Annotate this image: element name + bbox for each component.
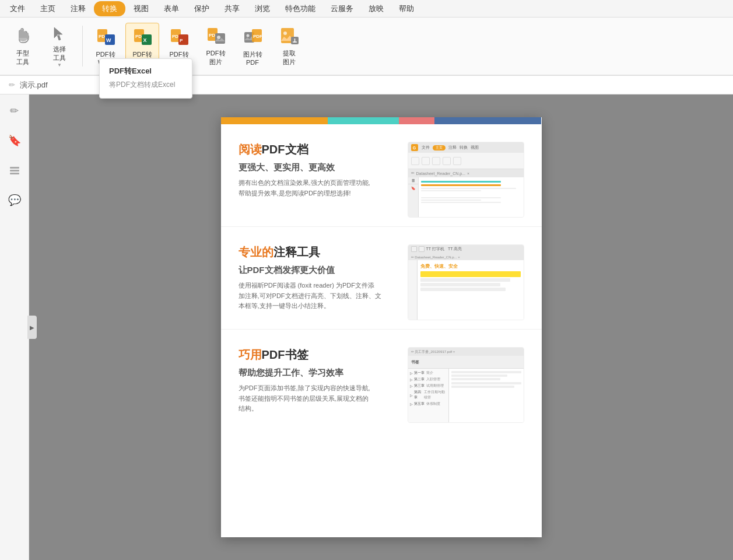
- menu-cloud[interactable]: 云服务: [324, 1, 360, 16]
- pdf-bookmark-body: 为PDF页面添加书签,除了实现内容的快速导航, 书签还能指明不同书签的层级关系,…: [239, 383, 396, 414]
- mini-titlebar-1: G 文件 主页 注释 转换 视图: [408, 142, 524, 153]
- pdf-section-bookmark: 巧用PDF书签 帮助您提升工作、学习效率 为PDF页面添加书签,除了实现内容的快…: [221, 330, 542, 432]
- pdf-annotate-screenshot: TT 打字机 TT 高亮 ✏ Datasheet_Reader_CN.p... …: [408, 244, 524, 320]
- pdf-color-bar: [221, 117, 542, 124]
- menu-protect[interactable]: 保护: [187, 1, 216, 16]
- hand-tool-label: 手型 工具: [16, 49, 29, 66]
- select-dropdown-arrow: ▼: [57, 62, 62, 68]
- svg-rect-20: [215, 33, 225, 44]
- svg-text:X: X: [143, 37, 147, 43]
- pdf-bookmark-title: 巧用PDF书签: [239, 347, 396, 363]
- collapse-arrow[interactable]: ▶: [27, 316, 37, 339]
- color-seg-orange: [221, 117, 328, 124]
- svg-rect-2: [24, 31, 26, 39]
- pdf-bookmark-text: 巧用PDF书签 帮助您提升工作、学习效率 为PDF页面添加书签,除了实现内容的快…: [239, 347, 396, 423]
- menu-annotate[interactable]: 注释: [64, 1, 93, 16]
- mini-toolbar-1: [408, 153, 524, 169]
- pencil-icon: ✏: [9, 80, 15, 89]
- svg-rect-1: [22, 29, 24, 39]
- pdf-image-icon: PDF: [205, 26, 226, 47]
- pdf-read-body: 拥有出色的文档渲染效果,强大的页面管理功能, 帮助提升效率,是您阅读PDF的理想…: [239, 178, 396, 198]
- pdf-to-image-button[interactable]: PDF PDF转 图片: [199, 23, 233, 69]
- image-to-pdf-button[interactable]: PDF 图片转 PDF: [236, 23, 269, 69]
- svg-point-21: [217, 36, 220, 39]
- mini-content-1: ☰ 🔖: [408, 177, 524, 217]
- menu-view[interactable]: 视图: [127, 1, 156, 16]
- pdf-preview: 阅读PDF文档 更强大、更实用、更高效 拥有出色的文档渲染效果,强大的页面管理功…: [221, 117, 542, 537]
- mini-sidebar-1: ☰ 🔖: [408, 177, 419, 217]
- sidebar-pencil-icon[interactable]: ✏: [4, 100, 25, 121]
- pdf-bookmark-subtitle: 帮助您提升工作、学习效率: [239, 368, 396, 379]
- pdf-annotate-body: 使用福昕PDF阅读器 (foxit reader) 为PDF文件添 加注释,可对…: [239, 281, 396, 312]
- pdf-annotate-text: 专业的注释工具 让PDF文档发挥更大价值 使用福昕PDF阅读器 (foxit r…: [239, 244, 396, 320]
- pdf-section-read: 阅读PDF文档 更强大、更实用、更高效 拥有出色的文档渲染效果,强大的页面管理功…: [221, 124, 542, 227]
- menu-browse[interactable]: 浏览: [248, 1, 277, 16]
- select-tool-label: 选择 工具: [53, 45, 66, 62]
- mini-annotation-content: 免费、快速、安全: [408, 260, 524, 320]
- svg-point-24: [247, 34, 250, 37]
- tooltip-title: PDF转Excel: [100, 64, 192, 79]
- svg-rect-35: [10, 170, 19, 172]
- left-sidebar: ✏ 🔖 💬 ▶: [0, 94, 29, 560]
- svg-point-29: [283, 32, 287, 35]
- color-seg-navy: [434, 117, 541, 124]
- menu-form[interactable]: 表单: [157, 1, 186, 16]
- svg-text:P: P: [180, 38, 183, 43]
- pdf-image-label: PDF转 图片: [206, 49, 226, 66]
- menu-bar: 文件 主页 注释 转换 视图 表单 保护 共享 浏览 特色功能 云服务 放映 帮…: [0, 0, 733, 18]
- pdf-section-annotate: 专业的注释工具 让PDF文档发挥更大价值 使用福昕PDF阅读器 (foxit r…: [221, 227, 542, 330]
- pdf-read-subtitle: 更强大、更实用、更高效: [239, 162, 396, 173]
- menu-share[interactable]: 共享: [218, 1, 247, 16]
- pdf-bookmark-screenshot: ✏ 员工手册_20120917.pdf × 书签 ▷第一章简介: [408, 347, 524, 423]
- mini-bookmark-toolbar: 书签: [408, 356, 524, 369]
- select-icon: [49, 25, 70, 43]
- menu-convert[interactable]: 转换: [94, 1, 125, 16]
- mini-doc-1: [419, 177, 524, 217]
- menu-file[interactable]: 文件: [3, 1, 32, 16]
- svg-marker-4: [54, 27, 62, 40]
- pdf-read-screenshot: G 文件 主页 注释 转换 视图: [408, 142, 524, 218]
- tooltip-description: 将PDF文档转成Excel: [100, 79, 192, 93]
- mini-annotation-app: TT 打字机 TT 高亮 ✏ Datasheet_Reader_CN.p... …: [408, 245, 524, 320]
- color-seg-teal: [328, 117, 399, 124]
- mini-tab-1: ✏ Datasheet_Reader_CN.p... ×: [408, 169, 524, 177]
- mini-bookmark-app: ✏ 员工手册_20120917.pdf × 书签 ▷第一章简介: [408, 348, 524, 422]
- sidebar-layers-icon[interactable]: [4, 160, 25, 181]
- image-pdf-icon: PDF: [242, 27, 263, 48]
- pdf-read-title: 阅读PDF文档: [239, 142, 396, 158]
- menu-help[interactable]: 帮助: [392, 1, 421, 16]
- mini-annotation-toolbar: TT 打字机 TT 高亮: [408, 245, 524, 253]
- mini-bookmark-content: ▷第一章简介 ▷第二章入职管理 ▷第三章试用期管理 ▷第四章工作日期与勤续管: [408, 369, 524, 422]
- pdf-annotate-subtitle: 让PDF文档发挥更大价值: [239, 265, 396, 276]
- svg-text:W: W: [106, 37, 111, 43]
- filename-text: 演示.pdf: [20, 80, 48, 90]
- menu-features[interactable]: 特色功能: [278, 1, 322, 16]
- menu-present[interactable]: 放映: [362, 1, 391, 16]
- sidebar-chat-icon[interactable]: 💬: [4, 190, 25, 211]
- pdf-annotate-title: 专业的注释工具: [239, 244, 396, 260]
- toolbar-divider-1: [82, 26, 83, 66]
- content-area: 阅读PDF文档 更强大、更实用、更高效 拥有出色的文档渲染效果,强大的页面管理功…: [29, 94, 733, 560]
- tooltip-dropdown: PDF转Excel 将PDF文档转成Excel: [99, 58, 192, 99]
- extract-icon: [279, 26, 300, 47]
- hand-tool-button[interactable]: 手型 工具: [6, 23, 40, 69]
- select-tool-button[interactable]: 选择 工具 ▼: [43, 23, 76, 69]
- svg-rect-36: [10, 173, 19, 174]
- menu-home[interactable]: 主页: [33, 1, 62, 16]
- sidebar-bookmark-icon[interactable]: 🔖: [4, 130, 25, 151]
- svg-text:PDF: PDF: [253, 34, 262, 39]
- extract-image-label: 提取 图片: [283, 49, 296, 66]
- pdf-word-icon: PDF W: [95, 27, 116, 48]
- pdf-excel-icon: PDF X: [132, 27, 153, 48]
- image-pdf-label: 图片转 PDF: [243, 50, 262, 66]
- pdf-read-text: 阅读PDF文档 更强大、更实用、更高效 拥有出色的文档渲染效果,强大的页面管理功…: [239, 142, 396, 218]
- color-seg-pink: [399, 117, 434, 124]
- hand-icon: [12, 26, 33, 47]
- extract-image-button[interactable]: 提取 图片: [272, 23, 306, 69]
- svg-rect-34: [10, 167, 19, 169]
- mini-annotation-tab: ✏ Datasheet_Reader_CN.p... ×: [408, 253, 524, 260]
- mini-bookmark-tab: ✏ 员工手册_20120917.pdf ×: [408, 348, 524, 356]
- main-layout: ✏ 🔖 💬 ▶: [0, 94, 733, 560]
- pdf-ppt-icon: PDF P: [169, 27, 190, 48]
